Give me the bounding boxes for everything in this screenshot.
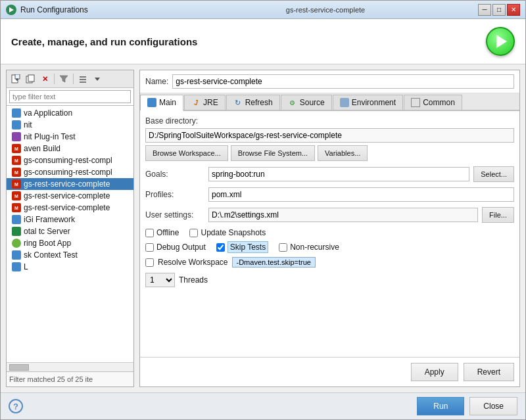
variables-button[interactable]: Variables... — [318, 145, 368, 161]
user-settings-input[interactable] — [208, 208, 478, 222]
sidebar-filter-area — [7, 88, 133, 106]
sidebar-item-ring-boot[interactable]: ring Boot App — [7, 237, 133, 249]
skip-tests-checkbox[interactable] — [216, 243, 225, 252]
run-button[interactable]: Run — [417, 397, 464, 415]
debug-output-checkbox[interactable] — [145, 243, 154, 252]
sidebar-item-label: gs-consuming-rest-compl — [24, 168, 112, 177]
file-button[interactable]: File... — [482, 207, 514, 223]
sidebar-item-label: nit Plug-in Test — [24, 132, 76, 141]
minimize-button[interactable]: ─ — [478, 4, 491, 16]
app-icon — [12, 262, 21, 271]
tab-refresh[interactable]: ↻ Refresh — [226, 95, 280, 110]
sidebar-item-rest-complete-3[interactable]: M gs-rest-service-complete — [7, 202, 133, 214]
goals-input[interactable] — [208, 167, 469, 181]
toolbar-dropdown-button[interactable] — [91, 72, 104, 85]
delete-config-button[interactable]: ✕ — [38, 72, 51, 85]
sidebar-item-nit-plugin[interactable]: nit Plug-in Test — [7, 131, 133, 143]
threads-select[interactable]: 1 2 4 8 — [145, 273, 175, 287]
source-tab-icon: ⚙ — [288, 98, 297, 107]
offline-label: Offline — [156, 228, 179, 237]
hscroll-thumb[interactable] — [9, 364, 29, 371]
goals-label: Goals: — [145, 170, 204, 179]
filter-input[interactable] — [9, 90, 131, 103]
resolve-workspace-row: Resolve Workspace -Dmaven.test.skip=true — [145, 257, 514, 268]
sidebar-item-igi-framework[interactable]: iGi Framework — [7, 214, 133, 225]
apply-button[interactable]: Apply — [411, 363, 458, 381]
app-icon — [12, 250, 21, 260]
update-snapshots-checkbox[interactable] — [189, 229, 198, 237]
name-row: Name: — [140, 70, 519, 93]
tab-source[interactable]: ⚙ Source — [281, 95, 332, 110]
main-content: ✕ — [1, 64, 525, 392]
profiles-input[interactable] — [208, 187, 514, 202]
config-bottom-buttons: Apply Revert — [140, 357, 519, 386]
profiles-row: Profiles: — [145, 187, 514, 202]
new-config-button[interactable] — [9, 72, 22, 85]
help-button[interactable]: ? — [9, 399, 23, 413]
sidebar-item-label: gs-rest-service-complete — [24, 203, 110, 212]
main-tab-icon — [147, 98, 156, 107]
sidebar-item-total-tc[interactable]: otal tc Server — [7, 225, 133, 237]
sidebar-toolbar: ✕ — [7, 70, 133, 88]
play-triangle-icon — [496, 35, 507, 48]
window-title: Run Configurations — [20, 5, 173, 14]
refresh-tab-icon: ↻ — [233, 98, 243, 107]
page-title: Create, manage, and run configurations — [11, 36, 197, 47]
sidebar-item-va-application[interactable]: va Application — [7, 107, 133, 119]
sidebar-item-label: gs-rest-service-complete — [24, 179, 110, 189]
base-directory-section: Base directory: Browse Workspace... Brow… — [145, 116, 514, 161]
tab-main[interactable]: Main — [140, 95, 183, 111]
sidebar-item-consuming-1[interactable]: M gs-consuming-rest-compl — [7, 154, 133, 166]
close-window-button[interactable]: ✕ — [507, 4, 520, 16]
sidebar-item-label: ring Boot App — [24, 239, 71, 248]
sidebar-item-label: nit — [24, 120, 32, 129]
tab-source-label: Source — [300, 98, 325, 107]
env-tab-icon — [340, 98, 349, 107]
sidebar-item-rest-complete-1[interactable]: M gs-rest-service-complete — [7, 178, 133, 190]
checkboxes-row-1: Offline Update Snapshots — [145, 228, 514, 237]
select-goals-button[interactable]: Select... — [473, 166, 514, 182]
copy-config-button[interactable] — [24, 72, 37, 85]
base-dir-input[interactable] — [145, 128, 514, 143]
close-button[interactable]: Close — [469, 397, 517, 415]
tab-common[interactable]: Common — [404, 95, 462, 110]
svg-marker-7 — [60, 76, 68, 82]
tab-jre[interactable]: J JRE — [184, 95, 226, 110]
sidebar-item-l[interactable]: L — [7, 261, 133, 273]
maximize-button[interactable]: □ — [492, 4, 506, 16]
maven-icon: M — [12, 191, 21, 200]
tab-refresh-label: Refresh — [245, 98, 273, 107]
revert-button[interactable]: Revert — [464, 363, 514, 381]
sidebar-item-nit[interactable]: nit — [7, 119, 133, 131]
offline-checkbox[interactable] — [145, 229, 154, 237]
resolve-workspace-checkbox[interactable] — [145, 258, 154, 267]
update-snapshots-checkbox-item: Update Snapshots — [189, 228, 266, 237]
maven-icon: M — [12, 156, 21, 165]
name-input[interactable] — [172, 74, 514, 89]
non-recursive-checkbox[interactable] — [279, 243, 287, 252]
jre-tab-icon: J — [191, 98, 201, 107]
sidebar-hscroll[interactable] — [7, 362, 133, 371]
sidebar-item-label: L — [24, 262, 28, 271]
tabs-row: Main J JRE ↻ Refresh ⚙ Source Environmen… — [140, 93, 519, 111]
browse-workspace-button[interactable]: Browse Workspace... — [145, 145, 228, 161]
sidebar-item-aven-build[interactable]: M aven Build — [7, 143, 133, 154]
sidebar-item-rest-complete-2[interactable]: M gs-rest-service-complete — [7, 190, 133, 202]
debug-output-label: Debug Output — [156, 243, 206, 252]
filter-button[interactable] — [57, 72, 70, 85]
sidebar-item-label: gs-rest-service-complete — [24, 191, 110, 200]
tab-environment-label: Environment — [352, 98, 396, 107]
plugin-icon — [12, 132, 21, 141]
threads-label: Threads — [179, 275, 208, 285]
sidebar-item-sk-context[interactable]: sk Context Test — [7, 249, 133, 261]
sidebar: ✕ — [6, 70, 134, 387]
collapse-all-button[interactable] — [76, 72, 89, 85]
maven-icon: M — [12, 179, 21, 189]
tab-jre-label: JRE — [203, 98, 218, 107]
run-icon-button[interactable] — [486, 27, 515, 56]
browse-file-system-button[interactable]: Browse File System... — [231, 145, 315, 161]
sidebar-item-consuming-2[interactable]: M gs-consuming-rest-compl — [7, 166, 133, 178]
title-bar: Run Configurations gs-rest-service-compl… — [1, 1, 525, 19]
header-area: Create, manage, and run configurations — [1, 19, 525, 64]
tab-environment[interactable]: Environment — [333, 95, 403, 110]
